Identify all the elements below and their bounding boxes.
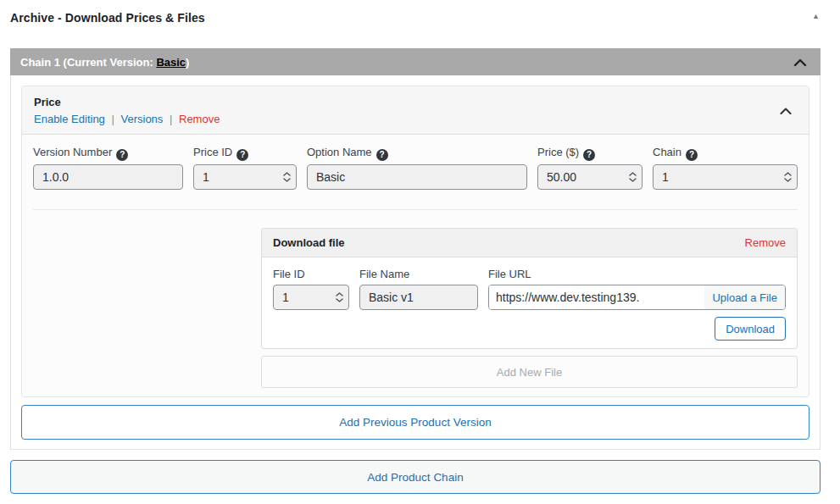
number-stepper-icon[interactable] (629, 172, 637, 182)
download-file-header: Download file Remove (262, 229, 797, 258)
file-url-group: Upload a File (488, 285, 786, 310)
chevron-up-icon[interactable] (780, 108, 792, 114)
number-stepper-icon[interactable] (283, 172, 291, 182)
file-labels-row: File ID File Name File URL (273, 268, 786, 285)
price-id-label: Price ID (193, 146, 232, 158)
upload-file-button[interactable]: Upload a File (704, 285, 785, 309)
current-version-link[interactable]: Basic (156, 56, 186, 69)
add-previous-version-button[interactable]: Add Previous Product Version (21, 405, 809, 440)
price-title: Price (34, 96, 220, 109)
price-label: Price ($) (537, 146, 579, 158)
link-separator: | (170, 113, 172, 125)
chain-header-bar[interactable]: Chain 1 (Current Version: Basic) (10, 48, 821, 75)
add-product-chain-button[interactable]: Add Product Chain (10, 460, 821, 494)
option-name-input[interactable] (307, 164, 527, 190)
collapse-toggle-icon[interactable]: ▲ (812, 11, 820, 21)
chain-panel: Chain 1 (Current Version: Basic) Price E… (10, 48, 821, 450)
chevron-up-icon[interactable] (793, 58, 807, 66)
file-name-input[interactable] (359, 285, 478, 310)
number-stepper-icon[interactable] (784, 172, 792, 182)
versions-link[interactable]: Versions (120, 113, 163, 125)
option-name-label: Option Name (307, 146, 372, 158)
help-icon[interactable]: ? (583, 149, 595, 161)
chain-title-suffix: ) (186, 56, 189, 69)
download-files-column: Download file Remove File ID File Name F… (261, 228, 798, 388)
metabox-header: Archive - Download Prices & Files ▲ (0, 0, 840, 25)
price-id-field: Price ID? (193, 146, 297, 190)
price-id-input[interactable] (193, 164, 297, 190)
chain-title: Chain 1 (Current Version: Basic) (20, 56, 189, 69)
section-divider (33, 209, 798, 210)
help-icon[interactable]: ? (686, 149, 698, 161)
option-name-field: Option Name? (307, 146, 527, 190)
chain-body: Price Enable Editing | Versions | Remove (10, 75, 821, 450)
link-separator: | (111, 113, 114, 125)
page-title: Archive - Download Prices & Files (10, 11, 205, 25)
remove-price-link[interactable]: Remove (179, 113, 220, 125)
price-fields-row: Version Number? Price ID? (33, 146, 798, 190)
enable-editing-link[interactable]: Enable Editing (34, 113, 105, 125)
price-panel: Price Enable Editing | Versions | Remove (21, 86, 809, 397)
price-input[interactable] (537, 164, 643, 190)
chain-field: Chain? (653, 146, 798, 190)
number-stepper-icon[interactable] (336, 292, 343, 302)
download-file-body: File ID File Name File URL (262, 258, 797, 348)
file-url-input[interactable] (489, 285, 704, 309)
help-icon[interactable]: ? (236, 149, 248, 161)
download-file-title: Download file (273, 236, 345, 249)
download-file-panel: Download file Remove File ID File Name F… (261, 228, 798, 349)
version-number-input[interactable] (33, 164, 183, 190)
chain-label: Chain (653, 146, 681, 158)
price-field: Price ($)? (537, 146, 643, 190)
help-icon[interactable]: ? (376, 149, 388, 161)
file-id-label: File ID (273, 268, 349, 281)
price-panel-header: Price Enable Editing | Versions | Remove (22, 86, 809, 135)
download-button[interactable]: Download (715, 317, 786, 341)
file-url-label: File URL (488, 268, 786, 281)
help-icon[interactable]: ? (116, 149, 128, 161)
chain-input[interactable] (653, 164, 798, 190)
file-inputs-row: Upload a File (273, 285, 786, 310)
price-panel-body: Version Number? Price ID? (22, 135, 809, 396)
version-number-label: Version Number (33, 146, 112, 158)
remove-file-link[interactable]: Remove (745, 236, 786, 249)
chain-title-prefix: Chain 1 (Current Version: (20, 56, 156, 69)
version-number-field: Version Number? (33, 146, 183, 190)
file-name-label: File Name (359, 268, 478, 281)
add-new-file-button[interactable]: Add New File (261, 356, 798, 388)
price-links: Enable Editing | Versions | Remove (34, 113, 220, 126)
